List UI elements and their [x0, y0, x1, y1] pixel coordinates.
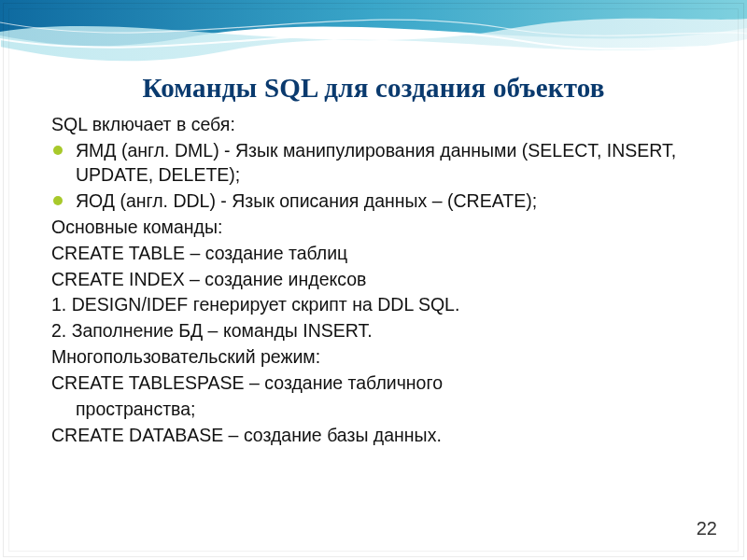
text-line: 1. DESIGN/IDEF генерирует скрипт на DDL …	[51, 293, 696, 317]
text-line: SQL включает в себя:	[51, 113, 696, 137]
bullet-item-dml: ЯМД (англ. DML) - Язык манипулирования д…	[51, 139, 696, 188]
slide-body: SQL включает в себя: ЯМД (англ. DML) - Я…	[51, 113, 696, 448]
text-line: 2. Заполнение БД – команды INSERT.	[51, 319, 696, 343]
text-line-continuation: пространства;	[51, 398, 696, 422]
text-line: CREATE TABLE – создание таблиц	[51, 242, 696, 266]
slide: Команды SQL для создания объектов SQL вк…	[0, 0, 747, 560]
text-line: CREATE DATABASE – создание базы данных.	[51, 424, 696, 448]
page-number: 22	[697, 518, 717, 539]
text-line: Многопользовательский режим:	[51, 345, 696, 370]
text-line: Основные команды:	[51, 216, 696, 240]
slide-content: Команды SQL для создания объектов SQL вк…	[0, 0, 747, 448]
text-line: CREATE TABLESPASE – создание табличного	[51, 371, 696, 396]
text-line: CREATE INDEX – создание индексов	[51, 268, 696, 292]
bullet-item-ddl: ЯОД (англ. DDL) - Язык описания данных –…	[51, 189, 696, 214]
slide-title: Команды SQL для создания объектов	[51, 73, 696, 104]
